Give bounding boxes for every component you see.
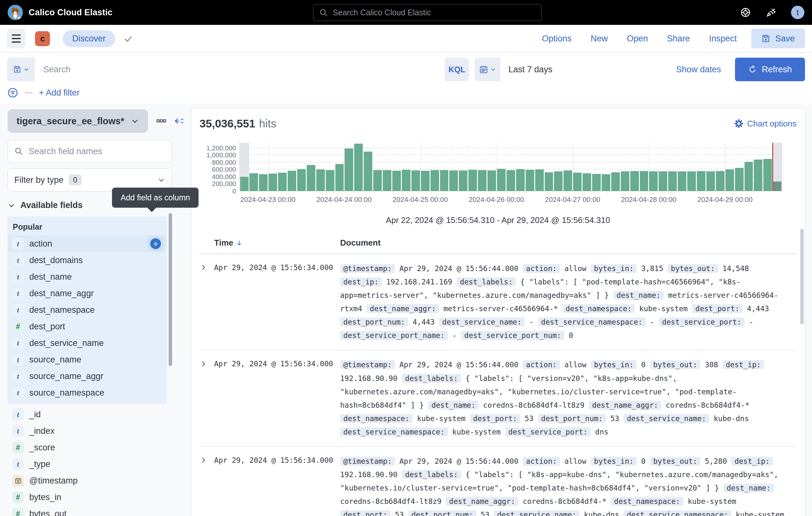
kql-switch[interactable]: KQL — [445, 65, 469, 74]
options-link[interactable]: Options — [542, 34, 572, 44]
histogram-bar[interactable] — [620, 143, 630, 191]
histogram-bar[interactable] — [354, 143, 364, 191]
histogram-bar[interactable] — [725, 143, 734, 191]
histogram-bar[interactable] — [534, 143, 544, 191]
field-item-dest_service_name[interactable]: tdest_service_name — [8, 335, 167, 351]
field-item-source_name_aggr[interactable]: tsource_name_aggr — [8, 368, 167, 384]
histogram-bar[interactable] — [573, 143, 582, 191]
histogram-bar[interactable] — [773, 143, 782, 191]
field-item-action[interactable]: taction+ — [8, 235, 167, 252]
kql-search-input[interactable] — [35, 58, 445, 81]
filter-icon[interactable] — [7, 87, 19, 99]
index-pattern-select[interactable]: tigera_secure_ee_flows* — [8, 109, 148, 133]
histogram-bar[interactable] — [325, 143, 335, 191]
histogram-bar[interactable] — [364, 143, 373, 191]
histogram-bar[interactable] — [687, 143, 696, 191]
field-item-source_name[interactable]: tsource_name — [8, 351, 167, 368]
histogram-bar[interactable] — [658, 143, 668, 191]
field-item-dest_port[interactable]: #dest_port — [8, 318, 167, 335]
inspect-link[interactable]: Inspect — [709, 34, 736, 44]
saved-queries-menu[interactable] — [7, 65, 35, 74]
histogram-bar[interactable] — [373, 143, 382, 191]
histogram-bar[interactable] — [496, 143, 506, 191]
histogram-bar[interactable] — [392, 143, 402, 191]
histogram-bar[interactable] — [744, 143, 753, 191]
field-search-box[interactable] — [8, 140, 172, 163]
field-item-dest_name_aggr[interactable]: tdest_name_aggr — [8, 285, 167, 302]
histogram-bar[interactable] — [763, 143, 773, 191]
expand-row-icon[interactable] — [200, 358, 214, 438]
field-settings-icon[interactable] — [156, 118, 166, 124]
user-avatar[interactable]: t — [791, 6, 804, 19]
histogram-bar[interactable] — [439, 143, 449, 191]
histogram-bar[interactable] — [306, 143, 316, 191]
histogram-bar[interactable] — [649, 143, 658, 191]
table-scrollbar[interactable] — [800, 229, 804, 324]
histogram-bar[interactable] — [611, 143, 620, 191]
histogram-bar[interactable] — [401, 143, 411, 191]
histogram-bar[interactable] — [516, 143, 525, 191]
field-item-dest_namespace[interactable]: tdest_namespace — [8, 302, 167, 318]
histogram-bar[interactable] — [715, 143, 725, 191]
histogram-bar[interactable] — [525, 143, 534, 191]
field-item-bytes_in[interactable]: #bytes_in — [8, 489, 167, 506]
chart-options-button[interactable]: Chart options — [734, 119, 796, 129]
histogram-bar[interactable] — [316, 143, 325, 191]
histogram-bar[interactable] — [601, 143, 611, 191]
show-dates-link[interactable]: Show dates — [676, 65, 721, 75]
histogram-bar[interactable] — [487, 143, 497, 191]
histogram-bar[interactable] — [382, 143, 392, 191]
histogram-bar[interactable] — [240, 143, 249, 191]
histogram-bar[interactable] — [554, 143, 563, 191]
space-badge[interactable]: c — [35, 31, 50, 46]
histogram-bar[interactable] — [344, 143, 354, 191]
field-item-dest_domains[interactable]: tdest_domains — [8, 252, 167, 269]
newsfeed-icon[interactable] — [765, 7, 776, 18]
open-link[interactable]: Open — [627, 34, 648, 44]
histogram-bar[interactable] — [592, 143, 601, 191]
histogram-bar[interactable] — [506, 143, 516, 191]
histogram-bar[interactable] — [668, 143, 677, 191]
field-search-input[interactable] — [29, 146, 165, 156]
histogram-bar[interactable] — [296, 143, 306, 191]
histogram-plot[interactable] — [239, 143, 782, 191]
new-link[interactable]: New — [590, 34, 608, 44]
field-item-_id[interactable]: t_id — [8, 406, 167, 423]
histogram-bar[interactable] — [449, 143, 459, 191]
histogram-bar[interactable] — [430, 143, 439, 191]
save-button[interactable]: Save — [751, 29, 805, 48]
field-item-bytes_out[interactable]: #bytes_out — [8, 506, 167, 516]
histogram-bar[interactable] — [268, 143, 278, 191]
refresh-button[interactable]: Refresh — [735, 58, 805, 81]
add-field-as-column-button[interactable]: + — [148, 236, 164, 251]
histogram-bar[interactable] — [734, 143, 744, 191]
breadcrumb[interactable]: Discover — [63, 30, 115, 47]
histogram-bar[interactable] — [459, 143, 468, 191]
histogram-bar[interactable] — [753, 143, 763, 191]
histogram-bar[interactable] — [335, 143, 344, 191]
histogram-bar[interactable] — [249, 143, 259, 191]
help-icon[interactable] — [740, 7, 751, 18]
expand-row-icon[interactable] — [200, 262, 214, 342]
histogram-bar[interactable] — [563, 143, 573, 191]
histogram-bar[interactable] — [468, 143, 477, 191]
menu-icon[interactable] — [7, 29, 25, 48]
histogram-bar[interactable] — [420, 143, 430, 191]
add-filter-button[interactable]: + Add filter — [39, 88, 80, 98]
histogram-bar[interactable] — [677, 143, 687, 191]
field-item-_score[interactable]: #_score — [8, 439, 167, 456]
share-link[interactable]: Share — [667, 34, 690, 44]
date-range-value[interactable]: Last 7 days — [509, 65, 552, 75]
histogram-bar[interactable] — [696, 143, 706, 191]
collapse-sidebar-icon[interactable] — [173, 116, 184, 126]
field-item-_index[interactable]: t_index — [8, 423, 167, 439]
global-search-input[interactable] — [333, 8, 535, 17]
time-column-header[interactable]: Time — [214, 238, 340, 248]
sidebar-scrollbar[interactable] — [169, 213, 172, 366]
field-item-_type[interactable]: t_type — [8, 456, 167, 472]
histogram-bar[interactable] — [582, 143, 592, 191]
histogram-bar[interactable] — [639, 143, 649, 191]
histogram-bar[interactable] — [630, 143, 639, 191]
field-item-source_namespace[interactable]: tsource_namespace — [8, 384, 167, 401]
histogram-bar[interactable] — [411, 143, 420, 191]
